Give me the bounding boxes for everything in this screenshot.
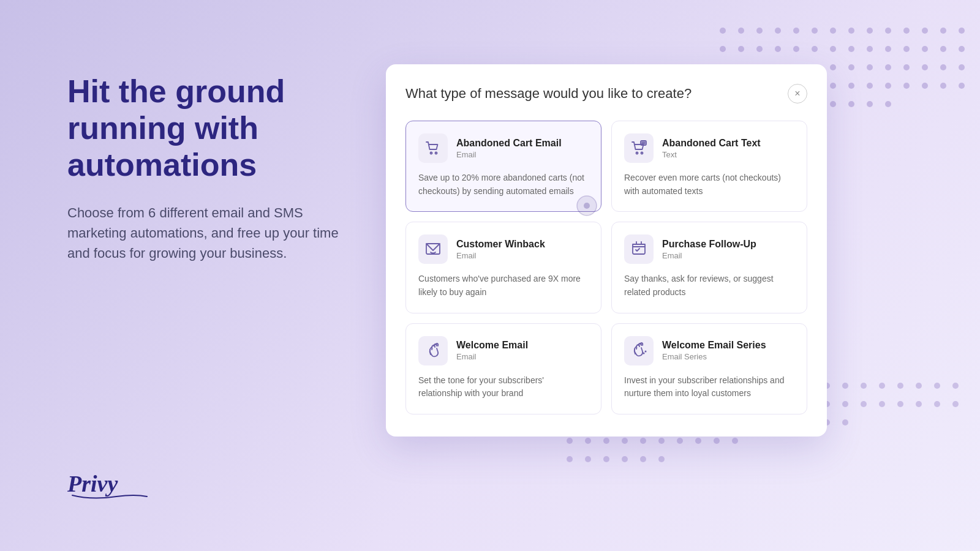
privy-logo: Privy <box>67 466 153 500</box>
svg-point-21 <box>848 46 854 52</box>
svg-point-145 <box>636 152 638 154</box>
card-abandoned-cart-email[interactable]: Abandoned Cart Email Email Save up to 20… <box>405 121 601 212</box>
card-title-purchase-followup: Purchase Follow-Up <box>662 239 756 250</box>
card-title-group-abandoned-cart-email: Abandoned Cart Email Email <box>456 138 562 159</box>
svg-point-24 <box>903 46 910 52</box>
svg-point-103 <box>842 401 848 407</box>
svg-point-18 <box>793 46 799 52</box>
svg-point-130 <box>640 438 646 444</box>
svg-point-155 <box>645 350 647 352</box>
svg-point-1 <box>738 28 744 34</box>
svg-point-54 <box>940 83 946 89</box>
card-title-welcome-email-series: Welcome Email Series <box>662 340 766 351</box>
card-title-abandoned-cart-email: Abandoned Cart Email <box>456 138 562 149</box>
card-title-group-welcome-email-series: Welcome Email Series Email Series <box>662 340 766 361</box>
card-customer-winback[interactable]: Customer Winback Email Customers who've … <box>405 222 601 313</box>
svg-point-146 <box>641 152 643 154</box>
svg-point-84 <box>897 383 903 389</box>
card-description-customer-winback: Customers who've purchased are 9X more l… <box>418 272 589 299</box>
svg-point-5 <box>812 28 818 34</box>
svg-point-27 <box>959 46 965 52</box>
welcome-series-icon <box>624 336 654 365</box>
cart-text-icon <box>624 133 654 163</box>
svg-point-125 <box>842 419 848 425</box>
card-abandoned-cart-text[interactable]: Abandoned Cart Text Text Recover even mo… <box>611 121 807 212</box>
svg-point-17 <box>775 46 781 52</box>
svg-point-131 <box>658 438 665 444</box>
svg-point-144 <box>435 152 437 154</box>
card-header-welcome-email: Welcome Email Email <box>418 336 589 365</box>
card-title-abandoned-cart-text: Abandoned Cart Text <box>662 138 761 149</box>
card-title-group-abandoned-cart-text: Abandoned Cart Text Text <box>662 138 761 159</box>
card-type-abandoned-cart-email: Email <box>456 150 562 159</box>
svg-point-7 <box>848 28 854 34</box>
svg-point-53 <box>922 83 928 89</box>
svg-point-3 <box>775 28 781 34</box>
svg-point-87 <box>952 383 959 389</box>
svg-point-141 <box>658 456 665 462</box>
svg-point-134 <box>714 438 720 444</box>
card-description-welcome-email-series: Invest in your subscriber relationships … <box>624 374 794 400</box>
svg-point-105 <box>879 401 885 407</box>
svg-point-85 <box>916 383 922 389</box>
card-header-purchase-followup: Purchase Follow-Up Email <box>624 234 794 264</box>
svg-point-139 <box>622 456 628 462</box>
svg-point-132 <box>677 438 683 444</box>
card-welcome-email-series[interactable]: Welcome Email Series Email Series Invest… <box>611 323 807 414</box>
svg-point-55 <box>959 83 965 89</box>
dialog: What type of message would you like to c… <box>386 64 827 437</box>
close-button[interactable]: × <box>788 84 807 103</box>
svg-point-38 <box>903 64 910 70</box>
svg-point-10 <box>903 28 910 34</box>
svg-point-9 <box>885 28 891 34</box>
card-header-customer-winback: Customer Winback Email <box>418 234 589 264</box>
svg-point-36 <box>867 64 873 70</box>
card-title-group-customer-winback: Customer Winback Email <box>456 239 545 260</box>
svg-point-138 <box>603 456 609 462</box>
svg-point-37 <box>885 64 891 70</box>
svg-point-143 <box>431 152 432 154</box>
svg-point-81 <box>842 383 848 389</box>
svg-point-64 <box>867 101 873 107</box>
svg-point-50 <box>867 83 873 89</box>
card-type-purchase-followup: Email <box>662 251 756 260</box>
svg-point-41 <box>959 64 965 70</box>
dialog-title: What type of message would you like to c… <box>405 86 692 102</box>
card-type-welcome-email-series: Email Series <box>662 352 766 361</box>
svg-point-82 <box>861 383 867 389</box>
svg-point-8 <box>867 28 873 34</box>
svg-point-12 <box>940 28 946 34</box>
svg-point-106 <box>897 401 903 407</box>
svg-point-4 <box>793 28 799 34</box>
svg-point-11 <box>922 28 928 34</box>
svg-point-25 <box>922 46 928 52</box>
card-header-abandoned-cart-email: Abandoned Cart Email Email <box>418 133 589 163</box>
svg-point-34 <box>830 64 836 70</box>
card-type-customer-winback: Email <box>456 251 545 260</box>
svg-point-48 <box>830 83 836 89</box>
svg-point-62 <box>830 101 836 107</box>
card-title-group-welcome-email: Welcome Email Email <box>456 340 528 361</box>
svg-point-65 <box>885 101 891 107</box>
svg-point-13 <box>959 28 965 34</box>
cards-grid: Abandoned Cart Email Email Save up to 20… <box>405 121 807 414</box>
svg-point-137 <box>585 456 591 462</box>
svg-point-129 <box>622 438 628 444</box>
welcome-icon <box>418 336 448 365</box>
svg-point-52 <box>903 83 910 89</box>
main-headline: Hit the ground running with automations <box>67 73 361 183</box>
svg-point-6 <box>830 28 836 34</box>
card-description-welcome-email: Set the tone for your subscribers' relat… <box>418 374 589 400</box>
svg-point-127 <box>585 438 591 444</box>
svg-point-126 <box>567 438 573 444</box>
svg-point-104 <box>861 401 867 407</box>
card-welcome-email[interactable]: Welcome Email Email Set the tone for you… <box>405 323 601 414</box>
svg-point-109 <box>952 401 959 407</box>
svg-point-140 <box>640 456 646 462</box>
card-title-group-purchase-followup: Purchase Follow-Up Email <box>662 239 756 260</box>
card-type-abandoned-cart-text: Text <box>662 150 761 159</box>
svg-point-23 <box>885 46 891 52</box>
svg-point-26 <box>940 46 946 52</box>
card-purchase-followup[interactable]: Purchase Follow-Up Email Say thanks, ask… <box>611 222 807 313</box>
card-header-welcome-email-series: Welcome Email Series Email Series <box>624 336 794 365</box>
